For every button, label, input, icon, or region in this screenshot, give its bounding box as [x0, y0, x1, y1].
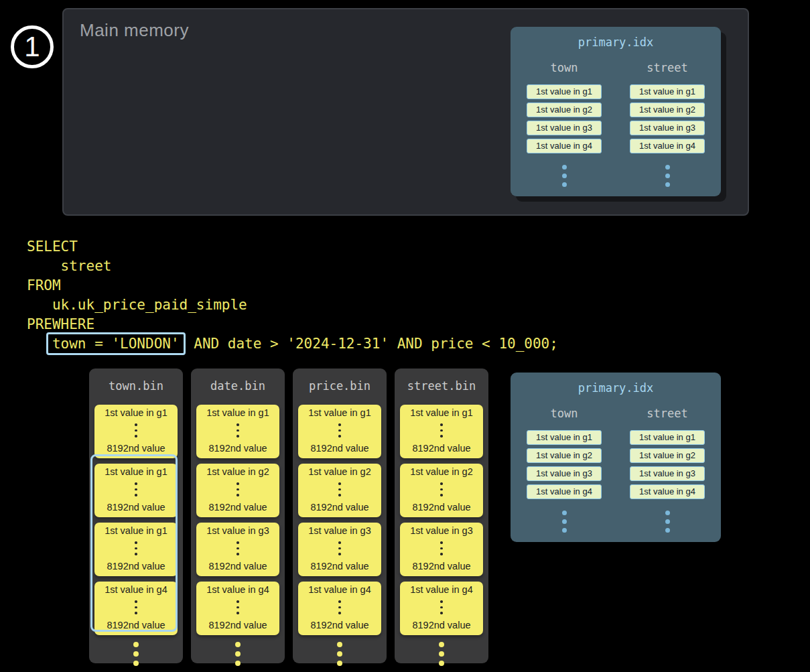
granule-last-value: 8192nd value [310, 502, 368, 513]
ellipsis-dots-icon [237, 541, 239, 555]
primary-idx-title: primary.idx [511, 27, 721, 49]
step-number: 1 [24, 33, 40, 61]
idx-entry: 1st value in g2 [527, 448, 602, 463]
idx-entry: 1st value in g1 [630, 84, 705, 99]
bin-column-title: town.bin [89, 368, 183, 399]
idx-column-street: street 1st value in g1 1st value in g2 1… [620, 407, 714, 533]
idx-entry: 1st value in g3 [527, 121, 602, 135]
bin-column-street: street.bin 1st value in g1 8192nd value … [395, 368, 488, 663]
idx-entry: 1st value in g2 [527, 103, 602, 117]
bin-column-date: date.bin 1st value in g1 8192nd value 1s… [191, 368, 285, 663]
primary-idx-title: primary.idx [511, 373, 721, 395]
ellipsis-dots-icon [191, 642, 285, 666]
granule-first-value: 1st value in g2 [206, 466, 269, 477]
idx-entry: 1st value in g1 [527, 84, 602, 99]
sql-line-select-column: street [27, 257, 558, 276]
sql-query: SELECT streetFROM uk.uk_price_paid_simpl… [27, 237, 558, 354]
bin-column-title: date.bin [191, 368, 285, 399]
idx-entry: 1st value in g3 [527, 466, 602, 481]
ellipsis-dots-icon [135, 600, 137, 614]
ellipsis-dots-icon [440, 600, 443, 614]
sql-line-from: FROM [27, 276, 558, 295]
sql-line-prewhere-condition: town = 'LONDON' AND date > '2024-12-31' … [27, 334, 558, 354]
ellipsis-dots-icon [338, 600, 341, 614]
granule-block: 1st value in g2 8192nd value [400, 464, 483, 517]
step-number-badge: 1 [11, 25, 54, 68]
prewhere-town-predicate-highlight: town = 'LONDON' [46, 332, 186, 355]
granule-first-value: 1st value in g3 [206, 525, 269, 536]
idx-column-header-street: street [647, 407, 687, 420]
granule-first-value: 1st value in g3 [410, 525, 473, 536]
ellipsis-dots-icon [237, 600, 239, 614]
ellipsis-dots-icon [440, 482, 443, 496]
granule-last-value: 8192nd value [208, 502, 267, 513]
main-memory-title: Main memory [80, 20, 189, 41]
ellipsis-dots-icon [135, 482, 137, 496]
idx-columns: town 1st value in g1 1st value in g2 1st… [511, 407, 721, 533]
idx-column-header-town: town [551, 61, 578, 74]
diagram-canvas: 1 Main memory primary.idx town 1st value… [0, 0, 810, 672]
bin-column-price: price.bin 1st value in g1 8192nd value 1… [293, 368, 387, 663]
idx-entry: 1st value in g1 [527, 430, 602, 445]
granule-block: 1st value in g3 8192nd value [298, 523, 381, 576]
sql-line-prewhere: PREWHERE [27, 315, 558, 334]
granule-first-value: 1st value in g4 [410, 584, 473, 595]
granule-first-value: 1st value in g1 [410, 407, 473, 418]
granule-block: 1st value in g1 8192nd value [298, 405, 381, 458]
ellipsis-dots-icon [562, 511, 567, 533]
idx-column-town: town 1st value in g1 1st value in g2 1st… [517, 61, 611, 187]
granule-last-value: 8192nd value [107, 561, 165, 572]
ellipsis-dots-icon [562, 165, 567, 187]
granule-first-value: 1st value in g1 [105, 525, 167, 536]
ellipsis-dots-icon [440, 541, 443, 555]
granule-last-value: 8192nd value [107, 502, 165, 513]
ellipsis-dots-icon [440, 423, 443, 438]
granule-last-value: 8192nd value [107, 443, 165, 454]
granule-block: 1st value in g1 8192nd value [94, 523, 178, 576]
idx-entry: 1st value in g4 [630, 484, 705, 499]
granule-last-value: 8192nd value [412, 561, 470, 572]
bin-column-title: street.bin [395, 368, 488, 399]
ellipsis-dots-icon [395, 642, 488, 666]
ellipsis-dots-icon [338, 423, 341, 438]
granule-block: 1st value in g1 8192nd value [400, 405, 483, 458]
sql-rest-of-condition: AND date > '2024-12-31' AND price < 10_0… [186, 336, 558, 352]
idx-entry: 1st value in g2 [630, 448, 705, 463]
ellipsis-dots-icon [665, 165, 670, 187]
granule-block: 1st value in g1 8192nd value [94, 405, 178, 458]
granule-first-value: 1st value in g4 [308, 584, 371, 595]
bin-column-town: town.bin 1st value in g1 8192nd value 1s… [89, 368, 183, 663]
idx-column-header-street: street [647, 61, 687, 74]
granule-block: 1st value in g2 8192nd value [196, 464, 279, 517]
idx-entry: 1st value in g2 [630, 103, 705, 117]
granule-block: 1st value in g1 8192nd value [196, 405, 279, 458]
granule-block: 1st value in g4 8192nd value [400, 582, 483, 635]
sql-line-table: uk.uk_price_paid_simple [27, 295, 558, 315]
ellipsis-dots-icon [338, 482, 341, 496]
granule-block: 1st value in g3 8192nd value [400, 523, 483, 576]
granule-first-value: 1st value in g1 [206, 407, 269, 418]
granule-first-value: 1st value in g1 [105, 407, 167, 418]
ellipsis-dots-icon [135, 541, 137, 555]
ellipsis-dots-icon [293, 642, 387, 666]
granule-first-value: 1st value in g2 [308, 466, 371, 477]
granule-first-value: 1st value in g4 [206, 584, 269, 595]
granule-last-value: 8192nd value [208, 620, 267, 630]
granule-block: 1st value in g4 8192nd value [298, 582, 381, 635]
ellipsis-dots-icon [237, 482, 239, 496]
granule-last-value: 8192nd value [107, 620, 165, 630]
granule-last-value: 8192nd value [412, 620, 470, 630]
idx-entry: 1st value in g4 [527, 484, 602, 499]
granule-last-value: 8192nd value [310, 620, 368, 630]
granule-last-value: 8192nd value [208, 561, 267, 572]
sql-line-select: SELECT [27, 237, 558, 257]
granule-last-value: 8192nd value [412, 502, 470, 513]
ellipsis-dots-icon [135, 423, 137, 438]
granule-last-value: 8192nd value [310, 443, 368, 454]
ellipsis-dots-icon [338, 541, 341, 555]
granule-block: 1st value in g2 8192nd value [298, 464, 381, 517]
idx-column-header-town: town [551, 407, 578, 420]
granule-block: 1st value in g4 8192nd value [94, 582, 178, 635]
granule-block: 1st value in g1 8192nd value [94, 464, 178, 517]
granule-first-value: 1st value in g4 [105, 584, 167, 595]
